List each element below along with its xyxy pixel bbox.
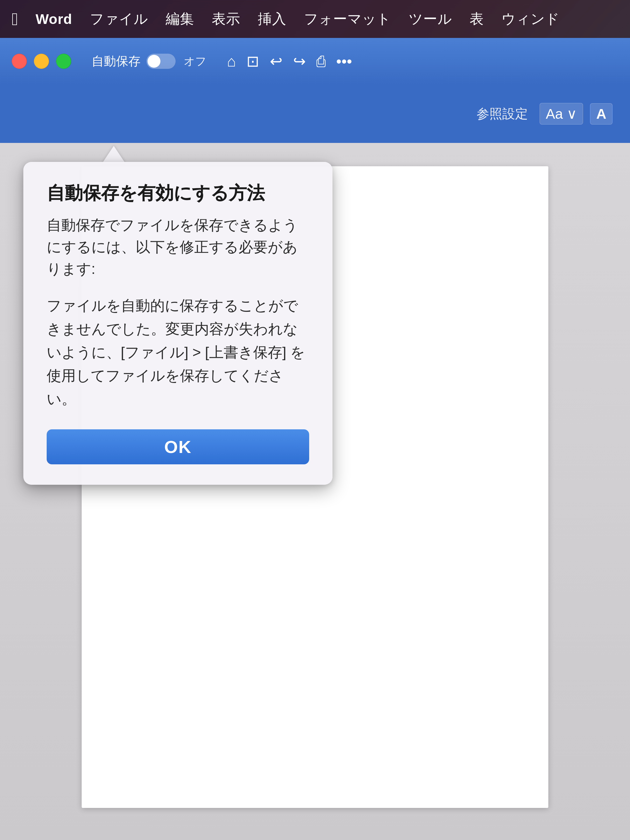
menubar-tools[interactable]: ツール bbox=[409, 9, 452, 28]
autosave-off-label: オフ bbox=[184, 54, 207, 69]
maximize-button[interactable] bbox=[56, 54, 71, 69]
menubar-table[interactable]: 表 bbox=[470, 9, 484, 28]
popup-body: ファイルを自動的に保存することができませんでした。変更内容が失われないように、[… bbox=[47, 294, 309, 411]
apple-menu-icon[interactable]:  bbox=[12, 9, 18, 29]
popup-subtitle: 自動保存でファイルを保存できるようにするには、以下を修正する必要があります: bbox=[47, 215, 309, 280]
menubar-format[interactable]: フォーマット bbox=[304, 9, 391, 28]
popup-overlay: 自動保存を有効にする方法 自動保存でファイルを保存できるようにするには、以下を修… bbox=[0, 143, 630, 840]
menubar-window[interactable]: ウィンド bbox=[501, 9, 560, 28]
titlebar-icons: ⌂ ⊡ ↩ ↪ ⎙ ••• bbox=[227, 52, 352, 70]
doc-area: 自動保存を有効にする方法 自動保存でファイルを保存できるようにするには、以下を修… bbox=[0, 143, 630, 840]
toggle-knob bbox=[148, 55, 160, 68]
ribbon-section-label: 参照設定 bbox=[477, 105, 528, 123]
menubar-word[interactable]: Word bbox=[36, 11, 72, 27]
menubar-view[interactable]: 表示 bbox=[212, 9, 240, 28]
menubar-insert[interactable]: 挿入 bbox=[258, 9, 286, 28]
ok-button[interactable]: OK bbox=[47, 429, 309, 464]
ribbon: 参照設定 Aa ∨ A bbox=[0, 85, 630, 143]
autosave-label: 自動保存 bbox=[92, 53, 141, 69]
autosave-toggle[interactable] bbox=[147, 54, 175, 69]
popup-arrow bbox=[102, 146, 125, 163]
word-window: 自動保存 オフ ⌂ ⊡ ↩ ↪ ⎙ ••• 参照設定 Aa ∨ A bbox=[0, 38, 630, 840]
menubar-file[interactable]: ファイル bbox=[90, 9, 148, 28]
close-button[interactable] bbox=[12, 54, 27, 69]
ribbon-font-controls: Aa ∨ A bbox=[540, 103, 613, 125]
save-cloud-icon[interactable]: ⊡ bbox=[246, 52, 259, 70]
titlebar: 自動保存 オフ ⌂ ⊡ ↩ ↪ ⎙ ••• bbox=[0, 38, 630, 85]
print-icon[interactable]: ⎙ bbox=[316, 52, 325, 70]
minimize-button[interactable] bbox=[34, 54, 49, 69]
traffic-lights bbox=[12, 54, 71, 69]
home-icon[interactable]: ⌂ bbox=[227, 52, 236, 70]
redo-icon[interactable]: ↪ bbox=[293, 52, 306, 70]
autosave-popup: 自動保存を有効にする方法 自動保存でファイルを保存できるようにするには、以下を修… bbox=[23, 162, 333, 485]
autosave-area: 自動保存 オフ bbox=[92, 53, 207, 69]
undo-icon[interactable]: ↩ bbox=[270, 52, 283, 70]
font-color-button[interactable]: A bbox=[590, 103, 613, 125]
more-icon[interactable]: ••• bbox=[336, 52, 352, 70]
menubar:  Word ファイル 編集 表示 挿入 フォーマット ツール 表 ウィンド bbox=[0, 0, 630, 38]
popup-title: 自動保存を有効にする方法 bbox=[47, 182, 309, 204]
font-size-button[interactable]: Aa ∨ bbox=[540, 103, 583, 125]
menubar-edit[interactable]: 編集 bbox=[166, 9, 194, 28]
font-a-label: A bbox=[596, 106, 606, 122]
